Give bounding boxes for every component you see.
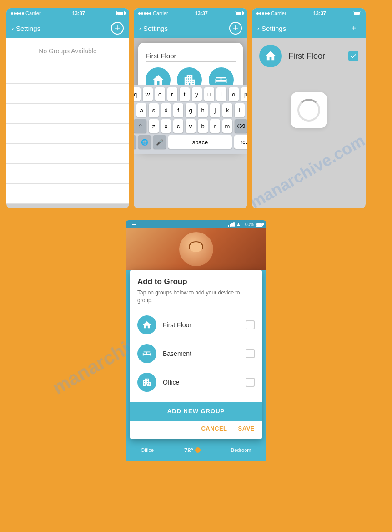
key-n[interactable]: n — [210, 119, 220, 133]
office-checkbox[interactable] — [246, 378, 255, 387]
basement-checkbox[interactable] — [246, 349, 255, 358]
add-new-group-button[interactable]: ADD NEW GROUP — [130, 402, 262, 421]
key-a[interactable]: a — [136, 103, 146, 117]
key-x[interactable]: x — [161, 119, 171, 133]
android-status-icons: ▲ 100% — [228, 221, 263, 228]
empty-rows — [6, 64, 129, 204]
first-floor-label: First Floor — [163, 321, 239, 329]
group-item-first-floor[interactable]: First Floor — [137, 311, 255, 339]
android-save-button[interactable]: SAVE — [238, 425, 255, 432]
no-groups-message: No Groups Available — [6, 38, 129, 64]
key-q[interactable]: q — [134, 87, 141, 101]
key-space[interactable]: space — [168, 135, 232, 149]
key-j[interactable]: j — [210, 103, 220, 117]
key-h[interactable]: h — [198, 103, 208, 117]
bottom-temperature: 78° — [184, 447, 193, 454]
empty-row-6 — [6, 164, 129, 184]
group-checkmark — [348, 51, 358, 61]
empty-row-1 — [6, 64, 129, 84]
signal-dots-2 — [138, 12, 151, 15]
android-battery — [256, 223, 263, 227]
group-item-office[interactable]: Office — [137, 368, 255, 396]
android-top-area — [126, 228, 266, 270]
basement-icon — [137, 344, 156, 363]
empty-row-4 — [6, 124, 129, 144]
keyboard-row-2: a s d f g h j k l — [136, 103, 246, 117]
key-s[interactable]: s — [149, 103, 159, 117]
key-i[interactable]: i — [216, 87, 226, 101]
add-button-2[interactable]: + — [229, 22, 242, 35]
battery-percent: 100% — [242, 222, 254, 227]
key-shift[interactable]: ⇧ — [134, 119, 146, 133]
battery-icon-2 — [235, 11, 243, 15]
key-c[interactable]: c — [173, 119, 183, 133]
office-icon — [137, 373, 156, 392]
nav-bar-1: ‹ Settings + — [6, 18, 129, 38]
time-label: 13:37 — [72, 10, 85, 16]
status-bar-2: Carrier 13:37 — [134, 8, 247, 18]
key-u[interactable]: u — [204, 87, 214, 101]
key-p[interactable]: p — [241, 87, 248, 101]
key-f[interactable]: f — [173, 103, 183, 117]
back-label-1: Settings — [16, 25, 40, 32]
temp-dot — [195, 447, 201, 453]
key-t[interactable]: t — [180, 87, 190, 101]
android-cancel-button[interactable]: CANCEL — [201, 425, 227, 432]
back-button-3[interactable]: ‹ Settings — [257, 25, 286, 32]
battery-icon-3 — [353, 11, 361, 15]
key-e[interactable]: e — [155, 87, 165, 101]
empty-row-3 — [6, 104, 129, 124]
key-123[interactable]: 123 — [134, 135, 136, 149]
empty-row-2 — [6, 84, 129, 104]
status-bar-1: Carrier 13:37 — [6, 8, 129, 18]
loading-spinner-container — [291, 92, 327, 128]
keyboard-row-4: 123 🌐 🎤 space return — [136, 135, 246, 149]
key-k[interactable]: k — [222, 103, 232, 117]
key-return[interactable]: return — [234, 135, 247, 149]
status-bar-3: Carrier 13:37 — [252, 8, 366, 18]
group-house-icon — [259, 45, 282, 67]
key-o[interactable]: o — [229, 87, 239, 101]
key-r[interactable]: r — [167, 87, 177, 101]
key-globe[interactable]: 🌐 — [138, 135, 151, 149]
back-button-2[interactable]: ‹ Settings — [139, 25, 168, 32]
key-g[interactable]: g — [186, 103, 196, 117]
group-name-input[interactable] — [146, 50, 236, 62]
bottom-room-bedroom-label: Bedroom — [231, 447, 251, 453]
carrier-label-2: Carrier — [153, 10, 168, 16]
phone-screen-1: Carrier 13:37 ‹ Settings + No Groups A — [6, 8, 129, 208]
android-phone: ☰ ▲ 100% — [126, 220, 266, 461]
key-b[interactable]: b — [198, 119, 208, 133]
group-item-basement[interactable]: Basement — [137, 339, 255, 368]
android-bottom-bar: Office 78° Bedroom — [126, 439, 266, 462]
key-z[interactable]: z — [149, 119, 159, 133]
carrier-info-2: Carrier — [138, 10, 168, 16]
group-header-row: First Floor — [252, 38, 366, 74]
key-mic[interactable]: 🎤 — [153, 135, 166, 149]
key-l[interactable]: l — [235, 103, 245, 117]
nav-bar-2: ‹ Settings + — [134, 18, 247, 38]
back-button-1[interactable]: ‹ Settings — [12, 25, 40, 32]
carrier-label-3: Carrier — [271, 10, 286, 16]
key-y[interactable]: y — [192, 87, 202, 101]
group-name-display: First Floor — [288, 51, 342, 61]
screen3-content: First Floor — [252, 38, 366, 147]
dialog-title: Add to Group — [137, 277, 255, 286]
phone-screen-2: Carrier 13:37 ‹ Settings + — [134, 8, 247, 208]
time-label-3: 13:37 — [313, 10, 326, 16]
battery-icon — [116, 11, 125, 15]
first-floor-checkbox[interactable] — [246, 320, 255, 329]
key-m[interactable]: m — [222, 119, 232, 133]
phone-screen-3: Carrier 13:37 ‹ Settings + — [252, 8, 366, 208]
key-v[interactable]: v — [186, 119, 196, 133]
add-button-1[interactable]: + — [111, 22, 124, 35]
key-d[interactable]: d — [161, 103, 171, 117]
signal-bars — [228, 222, 235, 227]
bottom-room-bedroom[interactable]: Bedroom — [231, 447, 251, 453]
back-label-2: Settings — [143, 25, 168, 32]
empty-row-7 — [6, 184, 129, 204]
key-w[interactable]: w — [143, 87, 153, 101]
bottom-room-office[interactable]: Office — [141, 447, 154, 453]
add-button-3[interactable]: + — [347, 22, 360, 35]
key-delete[interactable]: ⌫ — [235, 119, 247, 133]
